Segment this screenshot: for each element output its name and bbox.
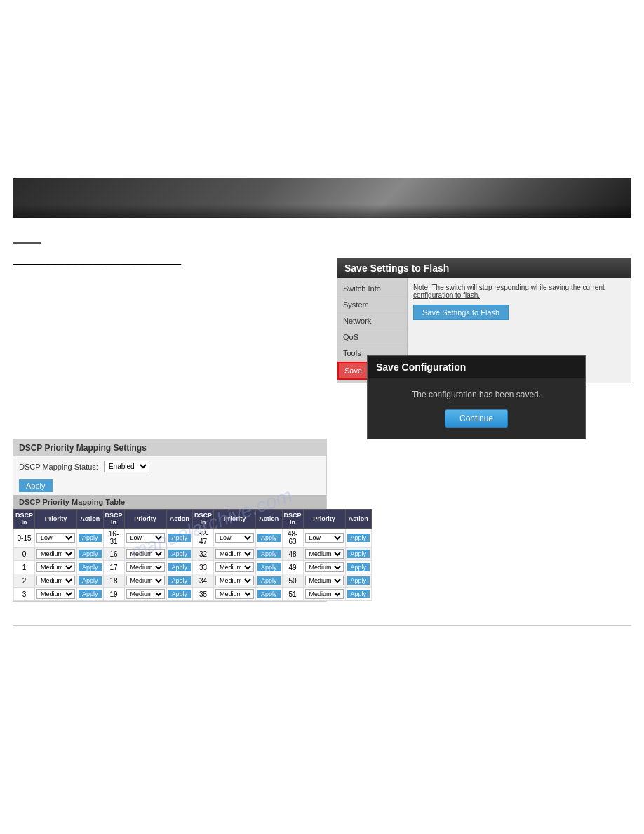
save-config-dialog: Save Configuration The configuration has…	[367, 355, 586, 439]
col-action-4: Action	[345, 510, 372, 529]
apply-range-3[interactable]: Apply	[256, 529, 283, 548]
save-config-message: The configuration has been saved.	[376, 390, 577, 399]
col-priority-2: Priority	[124, 510, 166, 529]
dscp-val-3-4: 51	[282, 588, 303, 601]
priority-select-3-3[interactable]: LowMediumHigh	[214, 588, 256, 601]
section-divider: ____________________________________	[13, 256, 321, 265]
dscp-val-3-3: 35	[193, 588, 214, 601]
table-row: 2 LowMediumHigh Apply 18 LowMediumHigh A…	[14, 574, 372, 588]
priority-select-3-2[interactable]: LowMediumHigh	[124, 588, 166, 601]
col-priority-3: Priority	[214, 510, 256, 529]
apply-btn-2-4[interactable]: Apply	[345, 574, 372, 588]
priority-select-2-4[interactable]: LowMediumHigh	[303, 574, 345, 588]
text-content-area: ____________________________________	[13, 250, 321, 265]
dscp-status-label: DSCP Mapping Status:	[19, 463, 98, 471]
dscp-val-1-1: 1	[14, 561, 35, 574]
col-priority-1: Priority	[35, 510, 77, 529]
dscp-status-select[interactable]: Enabled Disabled	[104, 461, 149, 472]
apply-btn-0-4[interactable]: Apply	[345, 548, 372, 561]
save-note-text: Note: The switch will stop responding wh…	[413, 284, 605, 299]
table-row: 0-15 LowMediumHigh Apply 16-31 LowMedium…	[14, 529, 372, 548]
dscp-range-4: 48-63	[282, 529, 303, 548]
bottom-divider	[13, 625, 631, 626]
priority-select-0-2[interactable]: LowMediumHigh	[124, 548, 166, 561]
apply-btn-3-2[interactable]: Apply	[166, 588, 193, 601]
priority-select-0-1[interactable]: LowMediumHigh	[35, 548, 77, 561]
sidebar-item-qos[interactable]: QoS	[337, 329, 407, 345]
apply-btn-3-3[interactable]: Apply	[256, 588, 283, 601]
priority-range-select-3[interactable]: LowMediumHigh	[214, 529, 256, 548]
table-row: 3 LowMediumHigh Apply 19 LowMediumHigh A…	[14, 588, 372, 601]
priority-range-select-2[interactable]: LowMediumHigh	[124, 529, 166, 548]
top-line-decoration	[13, 242, 41, 244]
dscp-range-3: 32-47	[193, 529, 214, 548]
col-priority-4: Priority	[303, 510, 345, 529]
priority-range-select-4[interactable]: LowMediumHigh	[303, 529, 345, 548]
priority-select-3-1[interactable]: LowMediumHigh	[35, 588, 77, 601]
priority-select-2-3[interactable]: LowMediumHigh	[214, 574, 256, 588]
apply-btn-1-1[interactable]: Apply	[77, 561, 104, 574]
header-banner	[13, 178, 631, 218]
dscp-val-2-4: 50	[282, 574, 303, 588]
apply-range-1[interactable]: Apply	[77, 529, 104, 548]
save-panel-title: Save Settings to Flash	[337, 258, 631, 278]
save-note: Note: The switch will stop responding wh…	[413, 284, 625, 299]
apply-btn-2-1[interactable]: Apply	[77, 574, 104, 588]
table-row: 1 LowMediumHigh Apply 17 LowMediumHigh A…	[14, 561, 372, 574]
dscp-range-2: 16-31	[103, 529, 124, 548]
dscp-val-1-3: 33	[193, 561, 214, 574]
apply-btn-1-2[interactable]: Apply	[166, 561, 193, 574]
apply-btn-0-2[interactable]: Apply	[166, 548, 193, 561]
col-action-1: Action	[77, 510, 104, 529]
dscp-range-1: 0-15	[14, 529, 35, 548]
dscp-val-2-3: 34	[193, 574, 214, 588]
dscp-apply-button[interactable]: Apply	[19, 479, 53, 492]
apply-btn-1-3[interactable]: Apply	[256, 561, 283, 574]
save-settings-to-flash-button[interactable]: Save Settings to Flash	[413, 305, 509, 320]
priority-range-select-1[interactable]: LowMediumHigh	[35, 529, 77, 548]
apply-btn-3-4[interactable]: Apply	[345, 588, 372, 601]
table-row: 0 LowMediumHigh Apply 16 LowMediumHigh A…	[14, 548, 372, 561]
save-config-title: Save Configuration	[368, 356, 585, 378]
priority-select-0-4[interactable]: LowMediumHigh	[303, 548, 345, 561]
sidebar-item-network[interactable]: Network	[337, 313, 407, 329]
dscp-val-1-2: 17	[103, 561, 124, 574]
apply-range-4[interactable]: Apply	[345, 529, 372, 548]
apply-btn-3-1[interactable]: Apply	[77, 588, 104, 601]
sidebar-item-system[interactable]: System	[337, 297, 407, 313]
priority-select-0-3[interactable]: LowMediumHigh	[214, 548, 256, 561]
dscp-val-3-1: 3	[14, 588, 35, 601]
dscp-table-title: DSCP Priority Mapping Table	[13, 495, 326, 509]
dscp-priority-table: DSCPIn Priority Action DSCPIn Priority A…	[13, 509, 372, 601]
priority-select-2-1[interactable]: LowMediumHigh	[35, 574, 77, 588]
apply-btn-2-2[interactable]: Apply	[166, 574, 193, 588]
col-action-2: Action	[166, 510, 193, 529]
col-dscp-in-4: DSCPIn	[282, 510, 303, 529]
col-dscp-in-3: DSCPIn	[193, 510, 214, 529]
priority-select-1-4[interactable]: LowMediumHigh	[303, 561, 345, 574]
apply-btn-0-1[interactable]: Apply	[77, 548, 104, 561]
col-action-3: Action	[256, 510, 283, 529]
dscp-status-row: DSCP Mapping Status: Enabled Disabled	[13, 456, 326, 477]
dscp-val-0-2: 16	[103, 548, 124, 561]
apply-range-2[interactable]: Apply	[166, 529, 193, 548]
dscp-panel-title: DSCP Priority Mapping Settings	[13, 439, 326, 456]
col-dscp-in-2: DSCPIn	[103, 510, 124, 529]
priority-select-2-2[interactable]: LowMediumHigh	[124, 574, 166, 588]
dscp-val-0-4: 48	[282, 548, 303, 561]
save-config-body: The configuration has been saved. Contin…	[368, 378, 585, 439]
priority-select-3-4[interactable]: LowMediumHigh	[303, 588, 345, 601]
sidebar-item-switch-info[interactable]: Switch Info	[337, 281, 407, 297]
continue-button[interactable]: Continue	[445, 409, 508, 428]
dscp-val-0-3: 32	[193, 548, 214, 561]
dscp-val-1-4: 49	[282, 561, 303, 574]
apply-btn-0-3[interactable]: Apply	[256, 548, 283, 561]
col-dscp-in-1: DSCPIn	[14, 510, 35, 529]
priority-select-1-3[interactable]: LowMediumHigh	[214, 561, 256, 574]
priority-select-1-2[interactable]: LowMediumHigh	[124, 561, 166, 574]
apply-btn-1-4[interactable]: Apply	[345, 561, 372, 574]
apply-btn-2-3[interactable]: Apply	[256, 574, 283, 588]
priority-select-1-1[interactable]: LowMediumHigh	[35, 561, 77, 574]
dscp-val-2-2: 18	[103, 574, 124, 588]
dscp-panel: DSCP Priority Mapping Settings DSCP Mapp…	[13, 439, 327, 602]
